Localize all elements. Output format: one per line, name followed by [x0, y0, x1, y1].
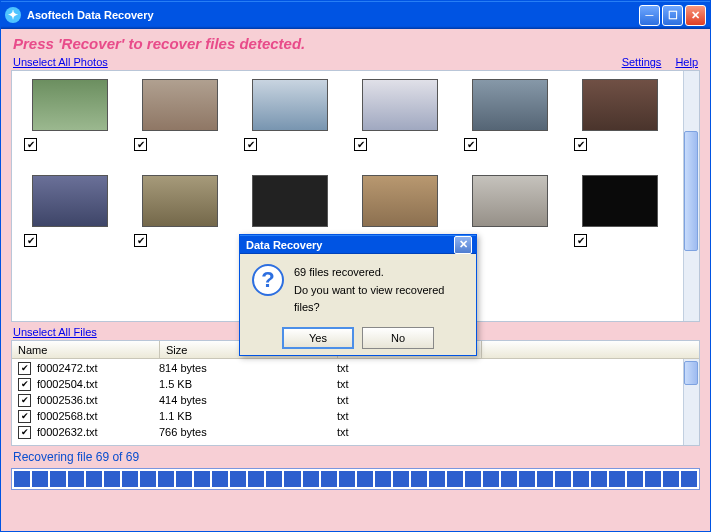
progress-segment	[393, 471, 409, 487]
file-name: f0002472.txt	[35, 362, 159, 374]
column-spacer	[482, 341, 699, 358]
progress-segment	[140, 471, 156, 487]
progress-segment	[50, 471, 66, 487]
file-size: 814 bytes	[159, 362, 337, 374]
file-checkbox[interactable]: ✔	[18, 410, 31, 423]
progress-segment	[591, 471, 607, 487]
table-row[interactable]: ✔f0002632.txt766 bytestxt	[12, 424, 683, 440]
file-size: 414 bytes	[159, 394, 337, 406]
file-checkbox[interactable]: ✔	[18, 394, 31, 407]
photo-thumb[interactable]: ✔	[574, 173, 660, 247]
thumbnail-image	[142, 175, 218, 227]
photo-checkbox[interactable]: ✔	[24, 138, 37, 151]
file-extension: txt	[337, 362, 481, 374]
app-icon: ✦	[5, 7, 21, 23]
progress-segment	[321, 471, 337, 487]
photo-checkbox[interactable]: ✔	[574, 138, 587, 151]
progress-segment	[68, 471, 84, 487]
photo-thumb[interactable]: ✔	[574, 77, 660, 151]
progress-segment	[230, 471, 246, 487]
progress-segment	[104, 471, 120, 487]
settings-link[interactable]: Settings	[622, 56, 662, 68]
photo-thumb[interactable]: ✔	[244, 77, 330, 151]
photo-checkbox[interactable]: ✔	[134, 234, 147, 247]
progress-segment	[627, 471, 643, 487]
progress-segment	[555, 471, 571, 487]
progress-segment	[447, 471, 463, 487]
no-button[interactable]: No	[362, 327, 434, 349]
progress-segment	[537, 471, 553, 487]
table-row[interactable]: ✔f0002504.txt1.5 KBtxt	[12, 376, 683, 392]
progress-bar	[11, 468, 700, 490]
progress-segment	[519, 471, 535, 487]
photo-checkbox[interactable]: ✔	[24, 234, 37, 247]
progress-segment	[212, 471, 228, 487]
unselect-all-photos-link[interactable]: Unselect All Photos	[13, 56, 108, 68]
progress-segment	[411, 471, 427, 487]
main-window: ✦ Asoftech Data Recovery ─ ☐ ✕ Press 'Re…	[0, 0, 711, 532]
file-extension: txt	[337, 378, 481, 390]
window-title: Asoftech Data Recovery	[27, 9, 639, 21]
photo-thumb[interactable]: ✔	[24, 77, 110, 151]
file-extension: txt	[337, 394, 481, 406]
yes-button[interactable]: Yes	[282, 327, 354, 349]
progress-segment	[284, 471, 300, 487]
photo-checkbox[interactable]: ✔	[354, 138, 367, 151]
table-row[interactable]: ✔f0002472.txt814 bytestxt	[12, 360, 683, 376]
top-links: Unselect All Photos Settings Help	[11, 56, 700, 70]
file-name: f0002568.txt	[35, 410, 159, 422]
dialog-close-button[interactable]: ✕	[454, 236, 472, 254]
photo-checkbox[interactable]: ✔	[464, 138, 477, 151]
thumbnail-image	[32, 79, 108, 131]
dialog-title: Data Recovery	[244, 239, 454, 251]
files-scrollbar[interactable]	[683, 359, 699, 445]
minimize-button[interactable]: ─	[639, 5, 660, 26]
scroll-thumb[interactable]	[684, 361, 698, 385]
progress-segment	[176, 471, 192, 487]
progress-segment	[663, 471, 679, 487]
photo-thumb[interactable]: ✔	[464, 77, 550, 151]
thumbnail-image	[472, 175, 548, 227]
help-link[interactable]: Help	[675, 56, 698, 68]
photo-checkbox[interactable]: ✔	[134, 138, 147, 151]
close-button[interactable]: ✕	[685, 5, 706, 26]
thumbnail-image	[252, 175, 328, 227]
file-size: 766 bytes	[159, 426, 337, 438]
progress-segment	[266, 471, 282, 487]
progress-segment	[303, 471, 319, 487]
photo-thumb[interactable]: ✔	[24, 173, 110, 247]
recovery-dialog: Data Recovery ✕ ? 69 files recovered. Do…	[239, 234, 477, 356]
progress-segment	[248, 471, 264, 487]
progress-segment	[681, 471, 697, 487]
file-checkbox[interactable]: ✔	[18, 378, 31, 391]
column-name[interactable]: Name	[12, 341, 160, 358]
thumbnail-image	[32, 175, 108, 227]
photo-thumb[interactable]: ✔	[354, 77, 440, 151]
question-icon: ?	[252, 264, 284, 296]
progress-segment	[14, 471, 30, 487]
dialog-text: 69 files recovered. Do you want to view …	[294, 264, 464, 317]
dialog-line2: Do you want to view recovered files?	[294, 282, 464, 317]
photo-thumb[interactable]: ✔	[134, 173, 220, 247]
content: Press 'Recover' to recover files detecte…	[1, 29, 710, 531]
progress-segment	[357, 471, 373, 487]
unselect-all-files-link[interactable]: Unselect All Files	[13, 326, 97, 338]
scroll-thumb[interactable]	[684, 131, 698, 251]
progress-segment	[339, 471, 355, 487]
photos-scrollbar[interactable]	[683, 71, 699, 321]
file-checkbox[interactable]: ✔	[18, 362, 31, 375]
maximize-button[interactable]: ☐	[662, 5, 683, 26]
dialog-titlebar: Data Recovery ✕	[240, 235, 476, 254]
table-row[interactable]: ✔f0002568.txt1.1 KBtxt	[12, 408, 683, 424]
photo-thumb[interactable]: ✔	[134, 77, 220, 151]
window-buttons: ─ ☐ ✕	[639, 5, 706, 26]
photo-checkbox[interactable]: ✔	[244, 138, 257, 151]
file-checkbox[interactable]: ✔	[18, 426, 31, 439]
thumbnail-image	[362, 79, 438, 131]
progress-segment	[32, 471, 48, 487]
status-text: Recovering file 69 of 69	[11, 446, 700, 468]
table-row[interactable]: ✔f0002536.txt414 bytestxt	[12, 392, 683, 408]
thumbnail-image	[582, 79, 658, 131]
file-extension: txt	[337, 426, 481, 438]
photo-checkbox[interactable]: ✔	[574, 234, 587, 247]
